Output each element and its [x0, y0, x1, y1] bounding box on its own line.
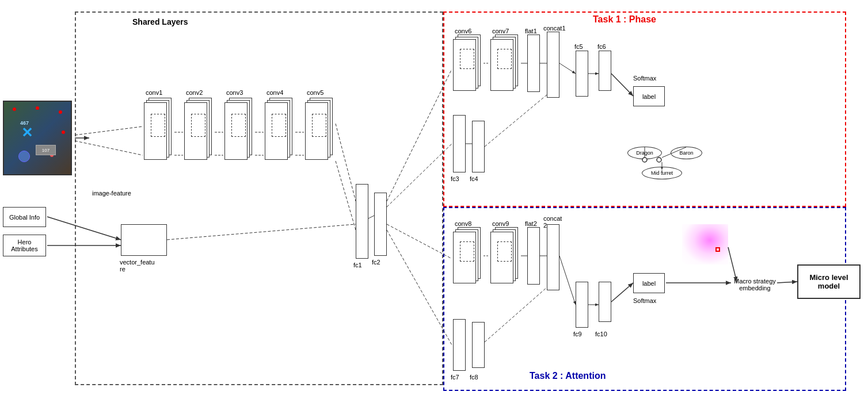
flat1-label: flat1 [525, 28, 537, 34]
fc4-block [472, 121, 485, 172]
fc3-block [453, 115, 466, 172]
conv3-stack [223, 98, 255, 172]
heatmap-red-dot [715, 247, 720, 252]
fc1-label: fc1 [353, 262, 362, 268]
main-diagram: ✕ 467 107 Global Info Hero Attributes Sh… [0, 0, 868, 403]
macro-embedding-label: Macro strategyembedding [734, 278, 776, 291]
concat2-block [547, 224, 559, 290]
fc2-block [374, 193, 387, 256]
shared-layers-label: Shared Layers [132, 17, 188, 26]
fc9-label: fc9 [573, 331, 582, 337]
vector-feature-label: vector_feature [120, 259, 155, 272]
fc2-label: fc2 [372, 259, 380, 266]
micro-model-label: Micro level model [798, 273, 859, 290]
game-map: ✕ 467 107 [3, 101, 72, 175]
attention-heatmap [682, 224, 728, 264]
baron-node: Baron [671, 147, 702, 159]
mid-turret-label: Mid turret [651, 170, 673, 176]
conv1-stack [143, 98, 174, 172]
vector-feature-block [121, 224, 167, 256]
fc4-label: fc4 [470, 175, 478, 182]
softmax2-label: Softmax [633, 297, 656, 304]
conv9-label: conv9 [492, 220, 509, 227]
label-box1: label [633, 86, 665, 106]
concat1-label: concat1 [543, 25, 566, 32]
shared-layers-box [75, 11, 443, 385]
fc6-label: fc6 [597, 43, 606, 50]
conv4-label: conv4 [267, 89, 283, 96]
label-box2: label [633, 273, 665, 293]
fc6-block [599, 51, 611, 91]
flat2-label: flat2 [525, 220, 537, 227]
conv2-label: conv2 [186, 89, 203, 96]
dragon-node: Dragon [627, 147, 662, 159]
mid-turret-node: Mid turret [642, 167, 682, 179]
baron-label: Baron [679, 150, 693, 156]
fc9-block [576, 282, 588, 328]
softmax1-label: Softmax [633, 75, 656, 82]
conv2-stack [183, 98, 215, 172]
fc7-block [453, 319, 466, 371]
conv4-stack [264, 98, 295, 172]
conv5-label: conv5 [307, 89, 323, 96]
image-feature-label: image-feature [92, 190, 131, 197]
fc1-block [356, 184, 368, 259]
fc10-block [599, 282, 611, 322]
conv9-stack [489, 227, 521, 290]
conv6-stack [452, 34, 484, 98]
concat2-label: concat2 [543, 215, 562, 229]
fc5-block [576, 51, 588, 97]
micro-model-box: Micro level model [797, 264, 861, 299]
hero-attributes-label: Hero Attributes [5, 239, 44, 252]
fc10-label: fc10 [595, 331, 607, 337]
global-info-box: Global Info [3, 207, 46, 227]
conv6-label: conv6 [455, 28, 471, 34]
conv8-label: conv8 [455, 220, 471, 227]
conv3-label: conv3 [226, 89, 243, 96]
fc8-block [472, 322, 485, 368]
conv1-label: conv1 [146, 89, 162, 96]
fc7-label: fc7 [451, 374, 459, 381]
task2-label: Task 2 : Attention [530, 371, 606, 381]
label-text1: label [642, 93, 656, 100]
global-info-label: Global Info [9, 214, 40, 221]
conv7-stack [489, 34, 521, 98]
label-text2: label [642, 280, 656, 287]
concat1-block [547, 32, 559, 98]
conv5-stack [304, 98, 336, 172]
conv7-label: conv7 [492, 28, 509, 34]
flat1-block [527, 34, 540, 92]
flat2-block [527, 227, 540, 285]
fc5-label: fc5 [574, 43, 583, 50]
dragon-label: Dragon [636, 150, 653, 156]
task1-label: Task 1 : Phase [593, 14, 656, 25]
fc3-label: fc3 [451, 175, 459, 182]
conv8-stack [452, 227, 484, 290]
fc8-label: fc8 [470, 374, 478, 381]
hero-attributes-box: Hero Attributes [3, 235, 46, 256]
